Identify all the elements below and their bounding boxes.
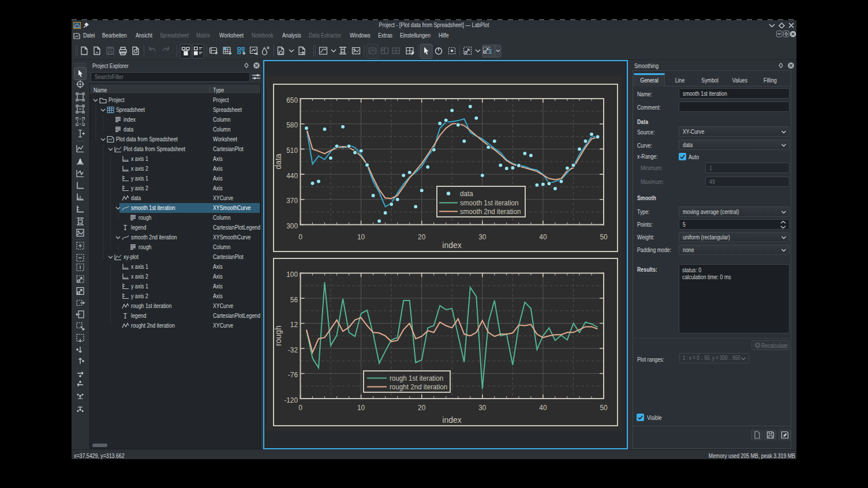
svg-text:30: 30 [478, 232, 486, 241]
svg-text:0: 0 [298, 403, 302, 412]
svg-text:data: data [273, 153, 283, 170]
svg-text:-32: -32 [288, 345, 298, 354]
svg-text:20: 20 [418, 403, 425, 412]
svg-text:56: 56 [290, 295, 298, 304]
svg-text:50: 50 [600, 403, 607, 412]
svg-text:300: 300 [286, 221, 298, 230]
svg-text:0: 0 [298, 232, 302, 241]
svg-text:smooth 2nd iteration: smooth 2nd iteration [460, 208, 521, 216]
svg-text:510: 510 [286, 145, 298, 155]
svg-text:580: 580 [286, 120, 298, 129]
svg-text:rough 1st iteration: rough 1st iteration [390, 374, 443, 382]
svg-text:10: 10 [357, 232, 365, 241]
svg-text:20: 20 [418, 232, 425, 241]
svg-text:40: 40 [539, 403, 547, 412]
svg-text:-120: -120 [284, 395, 298, 404]
svg-text:100: 100 [286, 269, 298, 279]
svg-text:index: index [442, 415, 462, 425]
svg-text:data: data [460, 190, 473, 198]
svg-text:40: 40 [539, 232, 547, 241]
svg-text:650: 650 [286, 95, 298, 104]
svg-text:12: 12 [290, 320, 298, 329]
svg-text:30: 30 [478, 403, 486, 412]
svg-text:370: 370 [286, 196, 298, 205]
svg-text:10: 10 [357, 403, 365, 412]
svg-text:440: 440 [286, 171, 298, 180]
svg-text:rought 2nd iteration: rought 2nd iteration [390, 383, 447, 391]
svg-text:index: index [442, 240, 462, 250]
svg-text:smooth 1st iteration: smooth 1st iteration [460, 199, 519, 207]
svg-text:rough: rough [273, 325, 283, 346]
svg-text:50: 50 [600, 232, 607, 241]
svg-text:-76: -76 [288, 370, 298, 379]
